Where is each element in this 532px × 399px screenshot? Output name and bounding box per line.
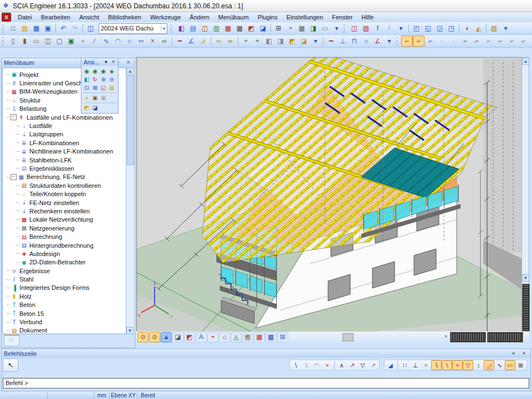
scia-logo-icon[interactable]: S: [2, 13, 11, 22]
mode-polyline-icon[interactable]: ∧: [336, 360, 347, 370]
beam-icon[interactable]: ▯: [7, 35, 19, 47]
shading-mode-icon[interactable]: ▲: [161, 332, 172, 342]
toolbar-grip[interactable]: [171, 24, 173, 33]
menu-werkzeuge[interactable]: Werkzeuge: [146, 13, 185, 22]
view-activity-2-icon[interactable]: ⌐: [413, 35, 424, 47]
image-gallery-icon[interactable]: ◨: [308, 23, 319, 34]
menu-bearbeiten[interactable]: Bearbeiten: [37, 13, 75, 22]
chevron-down-icon[interactable]: ▾: [161, 26, 165, 31]
project-window-icon[interactable]: ◫: [85, 23, 96, 34]
snap-circle-icon[interactable]: ◠: [311, 360, 322, 370]
scroll-left-icon[interactable]: <: [244, 333, 251, 341]
menu-menübaum[interactable]: Menübaum: [214, 13, 253, 22]
menu-fenster[interactable]: Fenster: [328, 13, 357, 22]
menu-einstellungen[interactable]: Einstellungen: [282, 13, 328, 22]
cursor-tracking-icon[interactable]: ◢: [385, 360, 396, 370]
status-plane[interactable]: Ebene XY: [110, 392, 137, 399]
snap-intersection-icon[interactable]: ×: [452, 360, 463, 370]
snap-perpendicular-icon[interactable]: ◿: [484, 360, 494, 370]
toolbar-overflow-icon[interactable]: ▾: [500, 23, 511, 34]
show-dimensions-icon[interactable]: +: [207, 332, 218, 342]
opening-icon[interactable]: ▢: [54, 35, 65, 47]
scroll-right-icon[interactable]: >: [442, 333, 449, 341]
pan-wheel-horizontal[interactable]: [451, 332, 485, 342]
red-line-icon[interactable]: ━: [325, 35, 337, 47]
toolbar-grip[interactable]: [2, 24, 5, 33]
expand-box-icon[interactable]: −: [11, 114, 17, 120]
tree-item-lastgruppen[interactable]: ⇣Lastgruppen: [3, 130, 126, 139]
open-project-icon[interactable]: ▨: [19, 23, 30, 34]
close-icon[interactable]: ×: [520, 350, 528, 357]
results-viewer-icon[interactable]: ◪: [257, 23, 269, 34]
tree-item-ergebnisklassen[interactable]: ▤Ergebnisklassen: [3, 164, 126, 172]
tree-item-autodesign[interactable]: ◈Autodesign: [3, 249, 126, 258]
expand-box-icon[interactable]: −: [11, 174, 17, 180]
show-mesh-icon[interactable]: ◬: [231, 332, 242, 342]
view-activity-3-icon[interactable]: ⌐: [424, 35, 436, 47]
light-settings-icon[interactable]: ●: [83, 94, 91, 102]
cut-member-icon[interactable]: ×: [147, 35, 158, 47]
toolbar-overflow-icon[interactable]: ▾: [395, 23, 407, 34]
arch-icon[interactable]: ⊓: [349, 35, 360, 47]
selection-cursor-icon[interactable]: ↖: [5, 360, 17, 371]
results-chart-icon[interactable]: ◪: [172, 332, 183, 342]
visible-nodes-icon[interactable]: ∞: [213, 35, 224, 47]
fly-mode-icon[interactable]: ◭: [473, 23, 484, 34]
scroll-down-icon[interactable]: ▼: [522, 274, 529, 282]
mesh-setup-icon[interactable]: ▩: [234, 23, 245, 34]
tree-item-netzgenerierung[interactable]: ▩Netzgenerierung: [3, 224, 126, 232]
tree-item-berechnung-fe-netz[interactable]: −▦Berechnung, FE-Netz: [3, 173, 126, 181]
show-loads-icon[interactable]: ⊘: [149, 332, 160, 342]
rotate-view-icon[interactable]: ↻: [91, 75, 99, 84]
view-activity-5-icon[interactable]: ⌐: [448, 35, 459, 47]
selection-mode-button[interactable]: ↖: [3, 359, 18, 372]
measure-icon[interactable]: ∠: [186, 35, 197, 47]
zoom-wheel-horizontal[interactable]: [488, 332, 523, 342]
scroll-up-icon[interactable]: ▲: [522, 58, 529, 65]
camera-snapshot-off-icon[interactable]: ▣: [99, 94, 108, 102]
snap-delete-icon[interactable]: ×: [421, 360, 431, 370]
zoom-window-icon[interactable]: ⊡: [83, 84, 91, 92]
view-top-icon[interactable]: ◉: [99, 67, 108, 75]
tree-item-holz[interactable]: ▮Holz: [3, 292, 126, 300]
column-icon[interactable]: ▮: [19, 35, 30, 47]
toolbar-grip[interactable]: [344, 24, 346, 33]
view-activity-10-icon[interactable]: ⌐: [506, 35, 518, 47]
view-cube-icon[interactable]: ◧: [83, 75, 91, 84]
polyline-icon[interactable]: ∿: [100, 35, 112, 47]
toolbar-grip[interactable]: [396, 37, 399, 45]
tree-item-beton-15[interactable]: TBeton 15: [3, 309, 126, 318]
snap-orthogonal-icon[interactable]: ▽: [463, 360, 473, 370]
view-activity-6-icon[interactable]: ⌐: [459, 35, 471, 47]
viewport-vscrollbar[interactable]: ▲ ▼: [521, 57, 529, 332]
redo-icon[interactable]: ↷: [69, 23, 81, 34]
snap-table-icon[interactable]: ⊞: [515, 360, 526, 370]
tree-item-ergebnisse[interactable]: ∪Ergebnisse: [3, 267, 126, 275]
line-icon[interactable]: ∕: [89, 35, 100, 47]
save-view-icon[interactable]: ◫: [349, 23, 360, 34]
tree-item-lastfälle[interactable]: ↓Lastfälle: [3, 121, 126, 130]
cutting-plane-icon[interactable]: ⊿: [197, 35, 209, 47]
status-units[interactable]: mm: [94, 392, 110, 399]
circle-icon[interactable]: ○: [124, 35, 135, 47]
cross-sections-icon[interactable]: ◫: [199, 23, 211, 34]
mode-select-icon[interactable]: ▽: [357, 360, 368, 370]
snap-length-icon[interactable]: ▭: [505, 360, 515, 370]
multicopy-icon[interactable]: ◩: [287, 35, 298, 47]
pin-icon[interactable]: +: [509, 350, 518, 357]
toolbar-overflow-icon[interactable]: ▾: [383, 35, 395, 47]
3d-viewport[interactable]: Z X Y: [136, 57, 522, 332]
project-selector[interactable]: 20024 WEG Dachu ▾: [99, 23, 167, 34]
copy-replace-data-icon[interactable]: ◱: [422, 23, 434, 34]
tree-item-lastfälle-und-lf-kombinationen[interactable]: −⇟Lastfälle und LF-Kombinationen: [3, 113, 126, 121]
materials-icon[interactable]: ▥: [211, 23, 222, 34]
arc-icon[interactable]: ◠: [112, 35, 124, 47]
zoom-out-icon[interactable]: ⊖: [108, 75, 116, 84]
scrollbar-thumb[interactable]: [127, 75, 134, 165]
view-palette-title-bar[interactable]: Ansi... ▾ ×: [81, 58, 118, 66]
tree-item-fe-netz-einstellen[interactable]: ⇣FE-Netz einstellen: [3, 198, 126, 207]
array-copy-icon[interactable]: ◪: [298, 35, 310, 47]
chevron-down-icon[interactable]: ▾: [104, 58, 109, 66]
view-rotate-wheel[interactable]: [523, 284, 529, 331]
clipping-box-icon[interactable]: ▨: [108, 84, 116, 92]
